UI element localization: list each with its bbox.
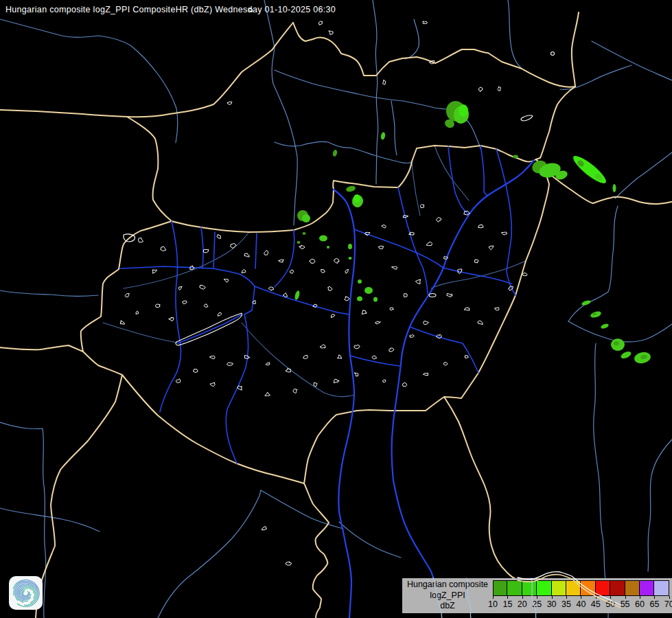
settlement-speck xyxy=(178,286,182,290)
settlement-speck xyxy=(293,389,297,393)
settlement-speck xyxy=(136,311,139,314)
settlement-speck xyxy=(498,87,500,91)
settlement-speck xyxy=(424,321,429,325)
legend-tick xyxy=(566,596,567,599)
settlement-speck xyxy=(266,363,270,365)
legend-color-box xyxy=(610,580,625,596)
legend-tick-label: 40 xyxy=(572,599,589,609)
settlement-speck xyxy=(203,249,208,253)
settlement-speck xyxy=(279,260,284,262)
radar-echo xyxy=(614,341,619,345)
settlement-speck xyxy=(478,321,483,325)
radar-echo xyxy=(327,246,329,249)
legend-product: logZ_PPI xyxy=(404,591,491,602)
settlement-speck xyxy=(244,253,250,257)
legend-tick-label: 45 xyxy=(588,599,604,609)
settlement-speck xyxy=(478,225,483,228)
swirl-ring xyxy=(16,584,36,604)
settlement-speck xyxy=(443,362,448,365)
settlement-speck xyxy=(155,304,160,308)
radar-echo xyxy=(332,149,338,157)
settlement-speck xyxy=(522,273,527,275)
settlement-speck xyxy=(362,310,367,314)
settlement-speck xyxy=(383,80,386,84)
legend-tick xyxy=(669,596,670,599)
settlement-speck xyxy=(329,31,333,35)
settlement-speck xyxy=(392,266,398,269)
settlement-speck xyxy=(176,379,181,383)
legend-tick xyxy=(610,596,611,599)
legend-tick xyxy=(581,596,581,599)
lake-outlines xyxy=(124,52,555,346)
settlement-speck xyxy=(495,308,499,310)
legend-tick xyxy=(522,596,523,599)
radar-echo xyxy=(364,287,373,294)
radar-echo xyxy=(303,232,306,235)
settlement-speck xyxy=(125,294,129,297)
legend-tick-label: 50 xyxy=(602,599,618,609)
radar-echo xyxy=(302,214,310,222)
legend-color-box xyxy=(595,580,610,596)
radar-echo xyxy=(354,194,360,203)
legend-color-box xyxy=(507,580,522,596)
settlement-speck xyxy=(403,382,407,387)
radar-echo xyxy=(349,257,352,260)
swirl-ring xyxy=(11,578,41,608)
radar-echo-layer xyxy=(294,100,651,365)
settlement-speck xyxy=(375,321,381,324)
settlement-speck xyxy=(193,369,198,373)
radar-echo xyxy=(357,297,362,301)
lake-tisza xyxy=(429,294,436,297)
legend-tick xyxy=(625,596,626,599)
settlement-speck xyxy=(268,287,274,290)
settlement-speck xyxy=(227,363,233,366)
settlement-speck xyxy=(321,269,325,273)
legend-tick-label: 15 xyxy=(499,599,515,609)
legend-tick xyxy=(640,596,640,599)
legend-tick-label: 70 xyxy=(661,599,672,609)
radar-echo xyxy=(613,184,616,192)
settlement-speck xyxy=(426,242,432,245)
settlement-speck xyxy=(423,21,427,24)
legend-color-box xyxy=(493,580,507,596)
settlement-speck xyxy=(314,382,317,387)
legend-tick-label: 55 xyxy=(617,599,634,609)
settlement-speck xyxy=(420,205,424,208)
settlement-speck xyxy=(169,318,174,321)
settlement-speck xyxy=(227,102,232,104)
settlement-speck xyxy=(264,251,268,255)
legend-tick xyxy=(507,596,508,599)
settlement-speck xyxy=(424,373,428,376)
settlement-speck xyxy=(479,87,483,92)
settlement-speck xyxy=(286,562,292,565)
settlement-speck xyxy=(465,356,468,358)
legend-color-box xyxy=(536,580,551,596)
map-title: Hungarian composite logZ_PPI CompositeHR… xyxy=(5,5,336,14)
settlement-speck xyxy=(217,235,220,239)
settlement-speck xyxy=(354,345,360,349)
settlement-speck xyxy=(204,304,208,308)
settlement-speck xyxy=(290,270,294,273)
legend-tick-label: 60 xyxy=(632,599,648,609)
settlement-speck xyxy=(382,380,386,382)
hungary-radar-basemap xyxy=(0,0,672,618)
legend-tick-label: 30 xyxy=(544,599,560,609)
legend-title: Hungarian composite xyxy=(404,580,491,591)
settlement-speck xyxy=(332,314,336,318)
lake-small-ne xyxy=(521,115,533,121)
radar-echo xyxy=(513,155,518,159)
legend-text-block: Hungarian composite logZ_PPI dbZ xyxy=(404,580,491,612)
radar-echo xyxy=(581,299,591,306)
settlement-speck xyxy=(320,345,325,348)
settlement-speck xyxy=(337,355,341,359)
legend-color-box xyxy=(551,580,566,596)
legend-tick xyxy=(596,596,596,599)
legend-unit: dbZ xyxy=(404,601,491,612)
settlement-speck xyxy=(183,301,187,304)
settlement-speck xyxy=(372,356,377,359)
legend-tick-label: 65 xyxy=(646,599,662,609)
legend-color-box xyxy=(639,580,654,596)
settlement-speck xyxy=(286,369,291,372)
legend-panel: Hungarian composite logZ_PPI dbZ 1015202… xyxy=(402,578,672,613)
settlement-speck xyxy=(489,246,494,250)
